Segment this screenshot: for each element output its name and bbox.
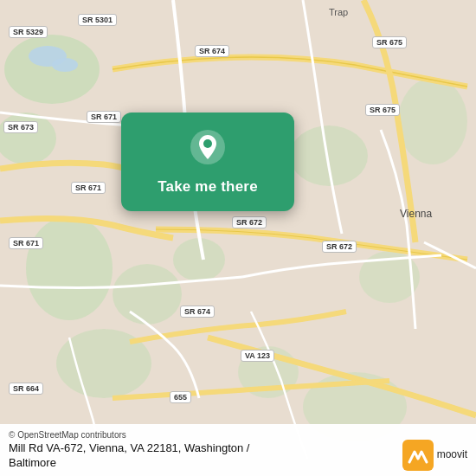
road-badge-sr5329: SR 5329 xyxy=(9,26,48,38)
city-label-vienna: Vienna xyxy=(400,208,432,220)
bottom-bar: © OpenStreetMap contributors Mill Rd VA-… xyxy=(0,424,476,476)
road-badge-sr675-mid: SR 675 xyxy=(365,104,400,116)
map-svg: Trap xyxy=(0,0,476,476)
road-badge-sr672-right: SR 672 xyxy=(322,241,357,253)
svg-point-3 xyxy=(26,216,113,320)
bottom-left: © OpenStreetMap contributors Mill Rd VA-… xyxy=(9,430,249,471)
road-badge-sr671-mid: SR 671 xyxy=(71,182,106,194)
road-badge-sr664: SR 664 xyxy=(9,383,43,395)
svg-rect-17 xyxy=(402,440,434,471)
road-badge-sr673: SR 673 xyxy=(3,121,38,133)
moovit-text: moovit xyxy=(437,449,467,460)
road-badge-sr672-mid: SR 672 xyxy=(232,216,267,228)
road-badge-va123: VA 123 xyxy=(241,350,274,362)
map-container: Trap SR 5329 SR 5301 SR 674 SR 675 SR 67… xyxy=(0,0,476,476)
take-me-there-button[interactable]: Take me there xyxy=(135,177,280,197)
popup-card: Take me there xyxy=(121,113,294,211)
svg-point-1 xyxy=(4,35,100,104)
svg-point-6 xyxy=(290,125,368,186)
road-badge-sr671-bot: SR 671 xyxy=(9,237,43,249)
moovit-logo: moovit xyxy=(402,440,467,471)
svg-text:Trap: Trap xyxy=(329,7,348,17)
address-line1: Mill Rd VA-672, Vienna, VA 22181, Washin… xyxy=(9,441,249,454)
moovit-label: moovit xyxy=(437,449,467,460)
road-badge-sr674-bot: SR 674 xyxy=(180,306,215,318)
address-text: Mill Rd VA-672, Vienna, VA 22181, Washin… xyxy=(9,441,249,471)
location-pin-icon xyxy=(189,128,227,166)
svg-point-16 xyxy=(203,139,212,148)
road-badge-sr674-top: SR 674 xyxy=(195,45,229,57)
address-line2: Baltimore xyxy=(9,456,56,469)
attribution-text: © OpenStreetMap contributors xyxy=(9,430,249,440)
road-badge-sr671-top: SR 671 xyxy=(87,111,121,123)
road-badge-655: 655 xyxy=(170,391,191,403)
road-badge-sr5301: SR 5301 xyxy=(78,14,117,26)
moovit-icon xyxy=(402,440,434,471)
road-badge-sr675-top: SR 675 xyxy=(372,36,407,48)
svg-point-13 xyxy=(52,58,78,72)
svg-point-8 xyxy=(398,78,467,164)
svg-point-4 xyxy=(113,264,182,325)
